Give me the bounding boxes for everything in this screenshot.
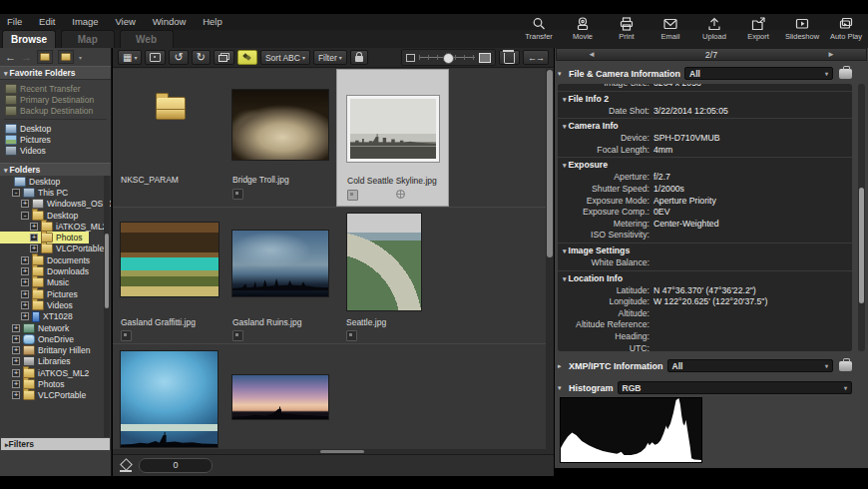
scrollbar-thumb[interactable] bbox=[859, 188, 864, 303]
expander-icon[interactable]: + bbox=[12, 335, 20, 343]
thumbnail-bridge-troll[interactable]: Bridge Troll.jpg bbox=[229, 69, 341, 207]
zoom-slider-thumb[interactable] bbox=[443, 53, 454, 64]
expander-icon[interactable]: + bbox=[12, 324, 20, 332]
tree-item-vlcportable-2[interactable]: +VLCPortable bbox=[0, 390, 93, 401]
scrollbar-thumb[interactable] bbox=[547, 70, 553, 257]
slideshow-button[interactable]: Slideshow bbox=[784, 15, 820, 41]
tree-item-vlcportable[interactable]: +VLCPortable bbox=[0, 244, 111, 254]
tree-item-iatkos-ml2[interactable]: +iATKOS_ML2 bbox=[0, 221, 111, 232]
favorite-pictures[interactable]: Pictures bbox=[0, 134, 111, 145]
tab-map[interactable]: Map bbox=[61, 30, 115, 48]
tree-item-onedrive[interactable]: +OneDrive bbox=[0, 333, 81, 344]
vertical-scrollbar[interactable] bbox=[546, 69, 554, 454]
thumbnail-gasland-ruins[interactable]: Gasland Ruins.jpg bbox=[229, 208, 341, 343]
thumbnail-seattle[interactable]: Seattle.jpg bbox=[336, 208, 449, 343]
sort-button[interactable]: Sort ABC▾ bbox=[260, 50, 310, 65]
histogram-channel-dropdown[interactable]: RGB bbox=[618, 381, 852, 394]
expander-icon[interactable]: + bbox=[12, 346, 20, 354]
rotate-left-button[interactable] bbox=[169, 50, 188, 65]
tree-item-pictures[interactable]: +Pictures bbox=[0, 288, 85, 299]
view-mode-button[interactable]: ▾ bbox=[118, 50, 142, 65]
movie-button[interactable]: Movie bbox=[565, 15, 601, 41]
inspector-scrollbar[interactable] bbox=[858, 84, 865, 351]
menu-window[interactable]: Window bbox=[146, 14, 194, 30]
new-folder-button[interactable] bbox=[37, 50, 53, 64]
tree-item-network[interactable]: +Network bbox=[0, 322, 76, 333]
stack-button[interactable] bbox=[214, 50, 234, 65]
menu-view[interactable]: View bbox=[108, 14, 142, 30]
meta-group-image-settings[interactable]: Image Settings bbox=[558, 243, 852, 257]
tree-item-windows8-os[interactable]: +Windows8_OS (C:) bbox=[0, 199, 111, 210]
delete-button[interactable] bbox=[499, 50, 520, 65]
expander-icon[interactable]: + bbox=[21, 278, 29, 286]
thumbnail-size-button[interactable] bbox=[145, 50, 166, 65]
previous-image-button[interactable]: ◄ bbox=[557, 50, 627, 59]
favorite-videos[interactable]: Videos bbox=[0, 145, 111, 156]
expander-icon[interactable]: + bbox=[12, 391, 20, 399]
filter-button[interactable]: Filter▾ bbox=[313, 50, 347, 65]
histogram-header[interactable]: Histogram RGB bbox=[558, 380, 852, 395]
folder-options-button[interactable] bbox=[58, 50, 74, 64]
forward-button[interactable] bbox=[21, 51, 32, 63]
favorite-primary-destination[interactable]: Primary Destination bbox=[0, 94, 111, 105]
tab-browse[interactable]: Browse bbox=[2, 30, 56, 48]
expander-icon[interactable]: + bbox=[12, 380, 20, 388]
back-button[interactable] bbox=[5, 51, 16, 63]
favorite-recent-transfer[interactable]: Recent Transfer bbox=[0, 83, 111, 94]
tree-item-documents[interactable]: +Documents bbox=[0, 254, 97, 265]
upload-button[interactable]: Upload bbox=[696, 15, 732, 41]
tree-item-brittany-hillen[interactable]: +Brittany Hillen bbox=[0, 344, 97, 355]
expander-icon[interactable]: + bbox=[21, 200, 29, 208]
tab-web[interactable]: Web bbox=[120, 30, 174, 48]
tree-item-this-pc[interactable]: -This PC bbox=[0, 187, 75, 198]
tree-item-iatkos-ml2-2[interactable]: +iATKOS_ML2 bbox=[0, 367, 96, 378]
expander-icon[interactable]: + bbox=[12, 369, 20, 377]
compare-button[interactable] bbox=[523, 50, 549, 65]
file-camera-info-header[interactable]: File & Camera Information All bbox=[558, 66, 852, 81]
filters-header[interactable]: Filters bbox=[1, 438, 110, 450]
expander-icon[interactable]: + bbox=[30, 223, 38, 231]
tree-item-videos[interactable]: +Videos bbox=[0, 299, 80, 310]
scrollbar-thumb[interactable] bbox=[320, 450, 364, 453]
xmp-filter-dropdown[interactable]: All bbox=[667, 359, 834, 372]
expander-icon[interactable]: + bbox=[30, 244, 38, 252]
favorite-desktop[interactable]: Desktop bbox=[0, 123, 111, 134]
expander-icon[interactable]: + bbox=[30, 234, 38, 242]
transfer-button[interactable]: Transfer bbox=[521, 15, 557, 41]
expander-icon[interactable]: + bbox=[21, 256, 29, 264]
tree-scrollbar[interactable] bbox=[104, 176, 110, 437]
thumbnail-nksc-param[interactable]: NKSC_PARAM bbox=[118, 69, 229, 207]
zoom-out-icon[interactable] bbox=[406, 54, 415, 62]
file-camera-filter-dropdown[interactable]: All bbox=[684, 67, 833, 80]
xmp-iptc-header[interactable]: XMP/IPTC Information All bbox=[558, 358, 852, 373]
tag-button[interactable] bbox=[237, 50, 257, 65]
tree-item-photos-2[interactable]: +Photos bbox=[0, 378, 71, 389]
favorite-folders-header[interactable]: Favorite Folders bbox=[0, 66, 111, 80]
image-basket-icon[interactable] bbox=[120, 460, 132, 472]
thumbnail-sunset-skyline[interactable] bbox=[229, 344, 341, 454]
expander-icon[interactable]: - bbox=[12, 189, 20, 197]
print-button[interactable]: Print bbox=[609, 15, 645, 41]
menu-file[interactable]: File bbox=[0, 14, 29, 30]
privacy-case-icon[interactable] bbox=[839, 69, 852, 79]
tree-item-desktop[interactable]: Desktop bbox=[0, 176, 67, 187]
meta-group-file-info-2[interactable]: File Info 2 bbox=[558, 91, 852, 106]
thumbnail-blue-skyline[interactable] bbox=[118, 344, 229, 454]
export-button[interactable]: Export bbox=[740, 15, 776, 41]
menu-image[interactable]: Image bbox=[65, 14, 105, 30]
meta-group-exposure[interactable]: Exposure bbox=[558, 157, 852, 172]
favorite-backup-destination[interactable]: Backup Destination bbox=[0, 105, 111, 116]
zoom-in-icon[interactable] bbox=[479, 53, 491, 63]
autoplay-button[interactable]: Auto Play bbox=[828, 15, 864, 41]
expander-icon[interactable]: + bbox=[12, 357, 20, 365]
scrollbar-thumb[interactable] bbox=[105, 234, 109, 308]
tree-item-libraries[interactable]: +Libraries bbox=[0, 356, 78, 367]
tree-item-downloads[interactable]: +Downloads bbox=[0, 265, 96, 276]
thumbnail-cold-seattle-skyline[interactable]: Cold Seattle Skyline.jpg bbox=[336, 69, 449, 207]
expander-icon[interactable]: - bbox=[21, 212, 29, 220]
tree-item-xt1028[interactable]: +XT1028 bbox=[0, 311, 80, 322]
next-image-button[interactable]: ► bbox=[796, 50, 866, 59]
thumbnail-gasland-graffitti[interactable]: Gasland Graffitti.jpg bbox=[118, 208, 229, 343]
expander-icon[interactable]: + bbox=[21, 312, 29, 320]
privacy-case-icon[interactable] bbox=[839, 361, 852, 371]
